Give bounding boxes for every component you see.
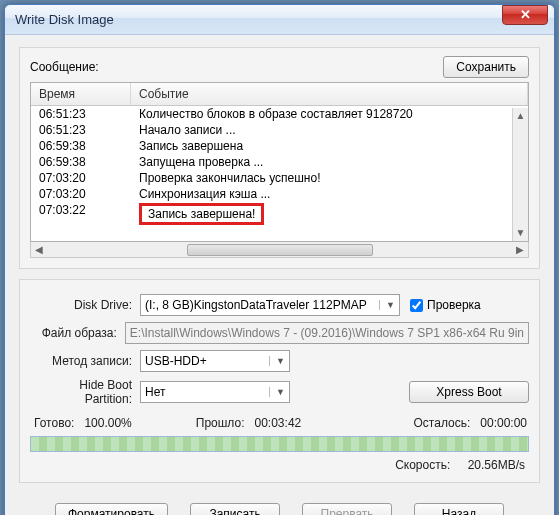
hideboot-label: Hide Boot Partition:: [30, 378, 140, 406]
row-event: Количество блоков в образе составляет 91…: [131, 107, 528, 121]
row-time: 06:59:38: [31, 139, 131, 153]
scroll-down-icon[interactable]: ▼: [513, 225, 528, 241]
hideboot-value: Нет: [145, 385, 165, 399]
hscroll-thumb[interactable]: [187, 244, 373, 256]
write-button[interactable]: Записать: [190, 503, 280, 515]
verify-input[interactable]: [410, 299, 423, 312]
xpress-boot-button[interactable]: Xpress Boot: [409, 381, 529, 403]
table-row[interactable]: 07:03:22Запись завершена!: [31, 202, 528, 226]
table-row[interactable]: 06:51:23Количество блоков в образе соста…: [31, 106, 528, 122]
speed-row: Скорость: 20.56MB/s: [30, 452, 529, 472]
message-label: Сообщение:: [30, 60, 99, 74]
window-title: Write Disk Image: [15, 12, 114, 27]
row-event: Запущена проверка ...: [131, 155, 528, 169]
table-row[interactable]: 07:03:20Проверка закончилась успешно!: [31, 170, 528, 186]
elapsed-value: 00:03:42: [255, 416, 302, 430]
row-time: 07:03:20: [31, 171, 131, 185]
row-time: 06:51:23: [31, 107, 131, 121]
row-event: Начало записи ...: [131, 123, 528, 137]
method-value: USB-HDD+: [145, 354, 207, 368]
scroll-up-icon[interactable]: ▲: [513, 108, 528, 124]
elapsed-label: Прошло:: [196, 416, 245, 430]
horizontal-scrollbar[interactable]: ◀ ▶: [30, 242, 529, 258]
vertical-scrollbar[interactable]: ▲ ▼: [512, 108, 528, 241]
row-event: Проверка закончилась успешно!: [131, 171, 528, 185]
chevron-down-icon: ▼: [379, 300, 395, 310]
close-icon: ✕: [520, 7, 531, 22]
row-time: 06:51:23: [31, 123, 131, 137]
progress-bar: [30, 436, 529, 452]
image-value: E:\Install\Windows\Windows 7 - (09.2016)…: [130, 326, 524, 340]
window-body: Сообщение: Сохранить Время Событие 06:51…: [5, 35, 554, 515]
log-rows[interactable]: 06:51:23Количество блоков в образе соста…: [31, 106, 528, 241]
bottom-buttons: Форматировать Записать Прервать Назад: [19, 493, 540, 515]
ready-label: Готово:: [34, 416, 74, 430]
row-event: Запись завершена: [131, 139, 528, 153]
back-button[interactable]: Назад: [414, 503, 504, 515]
col-header-event[interactable]: Событие: [131, 83, 528, 105]
save-button[interactable]: Сохранить: [443, 56, 529, 78]
hscroll-track[interactable]: [47, 243, 512, 257]
progress-fill: [31, 437, 528, 451]
method-label: Метод записи:: [30, 354, 140, 368]
log-header: Время Событие: [31, 83, 528, 106]
message-panel: Сообщение: Сохранить Время Событие 06:51…: [19, 47, 540, 269]
method-combo[interactable]: USB-HDD+ ▼: [140, 350, 290, 372]
diskdrive-combo[interactable]: (I:, 8 GB)KingstonDataTraveler 112PMAP ▼: [140, 294, 400, 316]
row-time: 06:59:38: [31, 155, 131, 169]
ready-value: 100.00%: [84, 416, 131, 430]
chevron-down-icon: ▼: [269, 356, 285, 366]
row-time: 07:03:22: [31, 203, 131, 225]
diskdrive-label: Disk Drive:: [30, 298, 140, 312]
log-table: Время Событие 06:51:23Количество блоков …: [30, 82, 529, 242]
image-label: Файл образа:: [30, 326, 125, 340]
format-button[interactable]: Форматировать: [55, 503, 168, 515]
table-row[interactable]: 06:51:23Начало записи ...: [31, 122, 528, 138]
verify-label: Проверка: [427, 298, 481, 312]
scroll-track[interactable]: [514, 124, 528, 225]
table-row[interactable]: 06:59:38Запущена проверка ...: [31, 154, 528, 170]
row-event: Синхронизация кэша ...: [131, 187, 528, 201]
status-row: Готово:100.00% Прошло:00:03:42 Осталось:…: [30, 412, 529, 436]
speed-label: Скорость:: [395, 458, 450, 472]
remain-value: 00:00:00: [480, 416, 527, 430]
close-button[interactable]: ✕: [502, 5, 548, 25]
window: Write Disk Image ✕ Сообщение: Сохранить …: [4, 4, 555, 515]
table-row[interactable]: 07:03:20Синхронизация кэша ...: [31, 186, 528, 202]
image-field: E:\Install\Windows\Windows 7 - (09.2016)…: [125, 322, 529, 344]
chevron-down-icon: ▼: [269, 387, 285, 397]
diskdrive-value: (I:, 8 GB)KingstonDataTraveler 112PMAP: [145, 298, 367, 312]
options-panel: Disk Drive: (I:, 8 GB)KingstonDataTravel…: [19, 279, 540, 483]
speed-value: 20.56MB/s: [468, 458, 525, 472]
hideboot-combo[interactable]: Нет ▼: [140, 381, 290, 403]
scroll-left-icon[interactable]: ◀: [31, 244, 47, 255]
verify-checkbox[interactable]: Проверка: [410, 298, 481, 312]
highlighted-event: Запись завершена!: [139, 203, 264, 225]
abort-button[interactable]: Прервать: [302, 503, 392, 515]
col-header-time[interactable]: Время: [31, 83, 131, 105]
row-time: 07:03:20: [31, 187, 131, 201]
scroll-right-icon[interactable]: ▶: [512, 244, 528, 255]
row-event: Запись завершена!: [131, 203, 528, 225]
table-row[interactable]: 06:59:38Запись завершена: [31, 138, 528, 154]
titlebar: Write Disk Image ✕: [5, 5, 554, 35]
remain-label: Осталось:: [414, 416, 471, 430]
